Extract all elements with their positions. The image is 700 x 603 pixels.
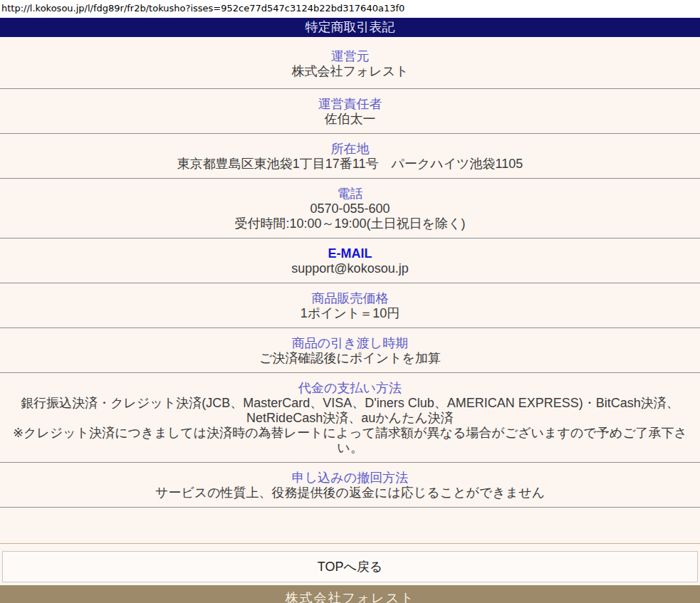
disclosure-section: 商品販売価格 1ポイント＝10円 bbox=[0, 283, 700, 328]
disclosure-sections: 運営元 株式会社フォレスト 運営責任者 佐伯太一 所在地 東京都豊島区東池袋1丁… bbox=[0, 37, 700, 508]
section-line: 1ポイント＝10円 bbox=[7, 306, 693, 321]
disclosure-section: 申し込みの撤回方法 サービスの性質上、役務提供後の返金には応じることができません bbox=[0, 463, 700, 508]
empty-section bbox=[0, 508, 700, 544]
section-line: 東京都豊島区東池袋1丁目17番11号 パークハイツ池袋1105 bbox=[7, 157, 693, 172]
page-title: 特定商取引表記 bbox=[0, 18, 700, 37]
top-button-wrap: TOPへ戻る bbox=[0, 544, 700, 585]
section-lines: 東京都豊島区東池袋1丁目17番11号 パークハイツ池袋1105 bbox=[7, 157, 693, 172]
disclosure-section: 代金の支払い方法 銀行振込決済・クレジット決済(JCB、MasterCard、V… bbox=[0, 373, 700, 463]
section-heading: 運営責任者 bbox=[7, 96, 693, 112]
section-line: 銀行振込決済・クレジット決済(JCB、MasterCard、VISA、D'ine… bbox=[7, 396, 693, 426]
section-heading: 商品販売価格 bbox=[7, 290, 693, 306]
section-heading: 商品の引き渡し時期 bbox=[7, 335, 693, 351]
section-line: 0570-055-600 bbox=[7, 201, 693, 216]
section-lines: 0570-055-600受付時間:10:00～19:00(土日祝日を除く) bbox=[7, 201, 693, 231]
section-line: ※クレジット決済につきましては決済時の為替レートによって請求額が異なる場合がござ… bbox=[7, 426, 693, 456]
disclosure-section: 商品の引き渡し時期 ご決済確認後にポイントを加算 bbox=[0, 328, 700, 373]
section-heading-email-link[interactable]: E-MAIL bbox=[7, 246, 693, 261]
disclosure-section: 電話 0570-055-600受付時間:10:00～19:00(土日祝日を除く) bbox=[0, 179, 700, 238]
section-heading: 運営元 bbox=[7, 48, 693, 64]
disclosure-section: E-MAIL support@kokosou.jp bbox=[0, 238, 700, 283]
section-line: support@kokosou.jp bbox=[7, 261, 693, 276]
section-line: 株式会社フォレスト bbox=[7, 64, 693, 79]
page-url-text: http://l.kokosou.jp/l/fdg89r/fr2b/tokush… bbox=[0, 0, 700, 18]
back-to-top-button[interactable]: TOPへ戻る bbox=[2, 551, 698, 582]
section-line: 佐伯太一 bbox=[7, 112, 693, 127]
section-lines: ご決済確認後にポイントを加算 bbox=[7, 351, 693, 366]
section-line: 受付時間:10:00～19:00(土日祝日を除く) bbox=[7, 216, 693, 231]
footer-company-bar: 株式会社フォレスト bbox=[0, 585, 700, 603]
disclosure-section: 運営元 株式会社フォレスト bbox=[0, 37, 700, 89]
section-heading: 申し込みの撤回方法 bbox=[7, 470, 693, 486]
section-lines: 株式会社フォレスト bbox=[7, 64, 693, 79]
section-lines: 佐伯太一 bbox=[7, 112, 693, 127]
section-line: サービスの性質上、役務提供後の返金には応じることができません bbox=[7, 486, 693, 500]
section-heading: 所在地 bbox=[7, 141, 693, 157]
section-lines: サービスの性質上、役務提供後の返金には応じることができません bbox=[7, 486, 693, 500]
section-lines: 1ポイント＝10円 bbox=[7, 306, 693, 321]
section-line: ご決済確認後にポイントを加算 bbox=[7, 351, 693, 366]
section-heading: 電話 bbox=[7, 186, 693, 201]
disclosure-section: 運営責任者 佐伯太一 bbox=[0, 89, 700, 134]
section-lines: support@kokosou.jp bbox=[7, 261, 693, 276]
disclosure-section: 所在地 東京都豊島区東池袋1丁目17番11号 パークハイツ池袋1105 bbox=[0, 134, 700, 179]
section-lines: 銀行振込決済・クレジット決済(JCB、MasterCard、VISA、D'ine… bbox=[7, 396, 693, 456]
section-heading: 代金の支払い方法 bbox=[7, 380, 693, 396]
